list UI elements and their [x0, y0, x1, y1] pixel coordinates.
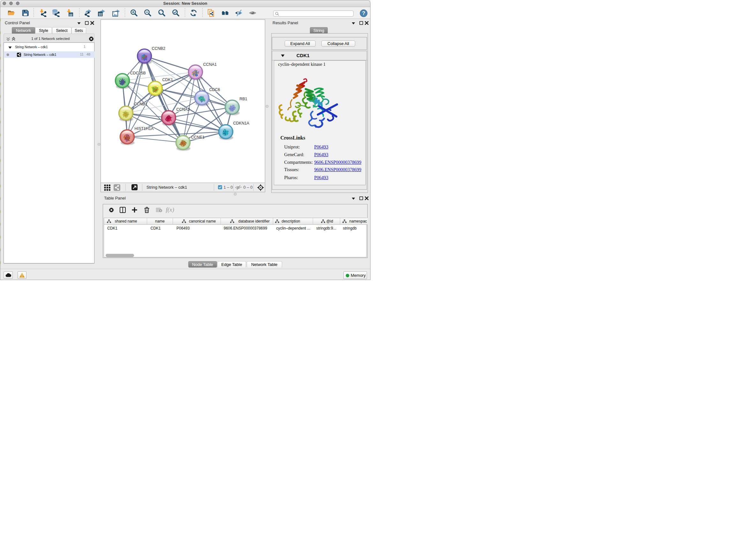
svg-text:CDC6: CDC6: [209, 87, 220, 92]
svg-text:CCNA2: CCNA2: [176, 107, 190, 112]
svg-text:CDC25B: CDC25B: [130, 71, 145, 75]
svg-text:CCNB2: CCNB2: [151, 46, 165, 51]
svg-text:CCNB1: CCNB1: [134, 102, 147, 106]
svg-text:CDKN1A: CDKN1A: [233, 121, 249, 125]
svg-text:CCNE1: CCNE1: [191, 135, 204, 139]
svg-text:CCNA1: CCNA1: [203, 62, 216, 66]
svg-text:CDK1: CDK1: [162, 78, 173, 82]
svg-text:RB1: RB1: [239, 97, 247, 101]
svg-text:HIST1H1A: HIST1H1A: [134, 126, 153, 131]
svg-text:?: ?: [362, 10, 365, 16]
